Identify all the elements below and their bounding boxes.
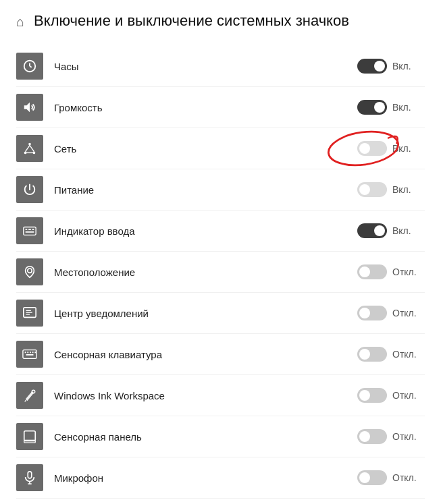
toggle-knob-network — [359, 143, 370, 154]
setting-row-location: Местоположение Откл. — [16, 252, 425, 293]
toggle-touch-keyboard[interactable] — [357, 347, 387, 362]
svg-point-17 — [28, 269, 32, 273]
settings-list: Часы Вкл. Громкость Вкл. — [16, 46, 425, 499]
icon-input — [16, 217, 43, 244]
toggle-clock[interactable] — [357, 59, 387, 74]
toggle-label-touch-keyboard: Откл. — [392, 349, 417, 360]
toggle-knob-clock — [374, 61, 385, 72]
svg-point-29 — [32, 391, 35, 394]
toggle-label-touch-panel: Откл. — [392, 431, 417, 442]
toggle-knob-input — [374, 225, 385, 236]
svg-rect-14 — [28, 229, 31, 231]
icon-touch-keyboard — [16, 341, 43, 368]
toggle-area-touch-keyboard: Откл. — [357, 347, 425, 362]
home-icon[interactable]: ⌂ — [16, 14, 24, 30]
toggle-knob-notifications — [359, 308, 370, 318]
icon-touch-panel — [16, 423, 43, 450]
svg-rect-31 — [24, 431, 36, 441]
icon-microphone — [16, 464, 43, 491]
icon-network — [16, 135, 43, 162]
svg-rect-33 — [28, 472, 32, 478]
toggle-knob-touch-panel — [359, 431, 370, 442]
toggle-label-windows-ink: Откл. — [392, 390, 417, 401]
toggle-area-input: Вкл. — [357, 223, 425, 238]
setting-row-windows-ink: Windows Ink Workspace Откл. — [16, 375, 425, 416]
svg-line-30 — [25, 401, 26, 402]
page-title: Включение и выключение системных значков — [34, 12, 349, 30]
toggle-area-location: Откл. — [357, 264, 425, 279]
toggle-input[interactable] — [357, 223, 387, 238]
icon-location — [16, 258, 43, 285]
svg-rect-23 — [25, 352, 26, 354]
toggle-knob-touch-keyboard — [359, 349, 370, 360]
toggle-label-location: Откл. — [392, 267, 417, 277]
svg-marker-3 — [24, 103, 30, 113]
setting-row-input: Индикатор ввода Вкл. — [16, 211, 425, 252]
svg-line-2 — [30, 66, 32, 67]
svg-rect-16 — [26, 231, 34, 233]
toggle-knob-location — [359, 267, 370, 277]
toggle-location[interactable] — [357, 264, 387, 279]
svg-rect-15 — [32, 229, 34, 231]
svg-rect-26 — [32, 352, 34, 354]
icon-volume — [16, 94, 43, 121]
label-network: Сеть — [54, 143, 346, 155]
toggle-knob-microphone — [359, 472, 370, 483]
label-location: Местоположение — [54, 267, 346, 278]
toggle-area-microphone: Откл. — [357, 470, 425, 485]
toggle-knob-power — [359, 184, 370, 195]
toggle-label-clock: Вкл. — [392, 61, 414, 72]
toggle-area-clock: Вкл. — [357, 59, 425, 74]
label-clock: Часы — [54, 61, 346, 72]
toggle-power[interactable] — [357, 182, 387, 197]
label-volume: Громкость — [54, 102, 346, 113]
toggle-windows-ink[interactable] — [357, 388, 387, 403]
setting-row-volume: Громкость Вкл. — [16, 87, 425, 128]
setting-row-power: Питание Вкл. — [16, 169, 425, 211]
svg-rect-27 — [34, 352, 36, 354]
label-touch-keyboard: Сенсорная клавиатура — [54, 349, 346, 360]
icon-notifications — [16, 300, 43, 327]
icon-windows-ink — [16, 382, 43, 409]
icon-clock — [16, 53, 43, 80]
setting-row-touch-keyboard: Сенсорная клавиатура Откл. — [16, 334, 425, 375]
toggle-area-touch-panel: Откл. — [357, 429, 425, 444]
svg-rect-32 — [24, 441, 36, 443]
toggle-area-power: Вкл. — [357, 182, 425, 197]
toggle-volume[interactable] — [357, 100, 387, 115]
label-windows-ink: Windows Ink Workspace — [54, 390, 346, 401]
setting-row-network: Сеть Вкл. — [16, 128, 425, 169]
svg-rect-25 — [30, 352, 31, 354]
toggle-area-volume: Вкл. — [357, 100, 425, 115]
setting-row-notifications: Центр уведомлений Откл. — [16, 293, 425, 334]
label-notifications: Центр уведомлений — [54, 308, 346, 319]
toggle-touch-panel[interactable] — [357, 429, 387, 444]
svg-rect-12 — [24, 227, 36, 235]
setting-row-microphone: Микрофон Откл. — [16, 457, 425, 499]
icon-power — [16, 176, 43, 203]
toggle-area-notifications: Откл. — [357, 306, 425, 320]
setting-row-clock: Часы Вкл. — [16, 46, 425, 87]
svg-rect-24 — [27, 352, 28, 354]
label-touch-panel: Сенсорная панель — [54, 431, 346, 443]
setting-row-touch-panel: Сенсорная панель Откл. — [16, 416, 425, 457]
toggle-label-microphone: Откл. — [392, 472, 417, 483]
svg-line-8 — [30, 146, 34, 152]
label-power: Питание — [54, 184, 346, 196]
svg-rect-28 — [26, 354, 34, 356]
toggle-label-network: Вкл. — [392, 143, 414, 154]
toggle-knob-windows-ink — [359, 390, 370, 401]
label-input: Индикатор ввода — [54, 225, 346, 237]
toggle-notifications[interactable] — [357, 306, 387, 320]
toggle-network[interactable] — [357, 141, 387, 156]
svg-line-7 — [26, 146, 30, 152]
toggle-label-notifications: Откл. — [392, 308, 417, 318]
toggle-area-network: Вкл. — [357, 141, 425, 156]
label-microphone: Микрофон — [54, 472, 346, 484]
toggle-label-input: Вкл. — [392, 225, 414, 236]
toggle-knob-volume — [374, 102, 385, 113]
toggle-microphone[interactable] — [357, 470, 387, 485]
page-header: ⌂ Включение и выключение системных значк… — [16, 12, 425, 30]
toggle-label-power: Вкл. — [392, 184, 414, 195]
svg-point-4 — [28, 143, 31, 146]
